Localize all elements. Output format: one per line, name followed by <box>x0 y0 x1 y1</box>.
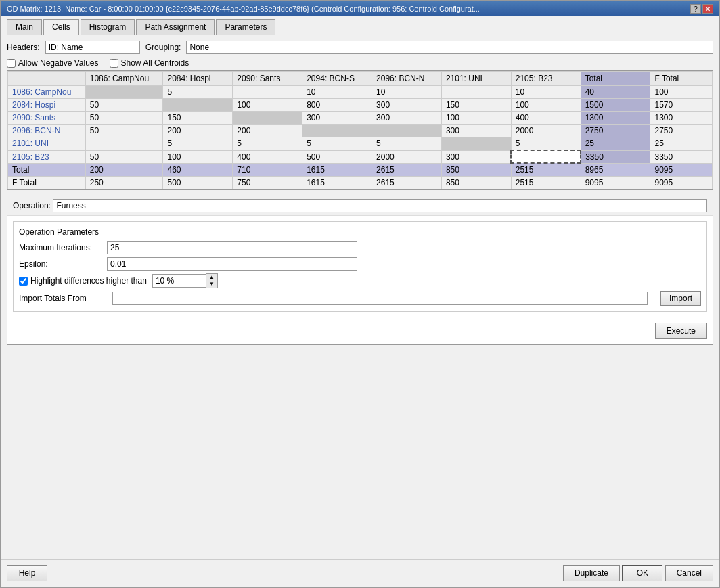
show-all-centroids-checkbox[interactable] <box>110 59 118 68</box>
total-2094[interactable]: 1615 <box>302 163 372 177</box>
execute-button[interactable]: Execute <box>655 323 707 339</box>
total-2090[interactable]: 710 <box>233 163 302 177</box>
duplicate-button[interactable]: Duplicate <box>563 565 620 581</box>
highlight-checkbox[interactable] <box>19 277 28 286</box>
highlight-decrement-btn[interactable]: ▼ <box>206 281 217 288</box>
cell-1086-2096[interactable]: 10 <box>372 86 442 99</box>
cell-2101-2084[interactable]: 5 <box>163 137 233 151</box>
cell-2101-1086[interactable] <box>85 137 163 151</box>
import-dropdown[interactable] <box>112 292 648 305</box>
cell-1086-1086[interactable] <box>85 86 163 99</box>
cell-2090-2105[interactable]: 400 <box>511 112 581 125</box>
cell-2090-2094[interactable]: 300 <box>302 112 372 125</box>
tab-main[interactable]: Main <box>7 19 42 35</box>
total-2101[interactable]: 850 <box>441 163 511 177</box>
cell-2101-total[interactable]: 25 <box>581 137 650 151</box>
operation-dropdown[interactable]: Furness IPF Fratar <box>53 199 707 212</box>
cell-2090-1086[interactable]: 50 <box>85 112 163 125</box>
help-title-btn[interactable]: ? <box>690 4 701 14</box>
tab-histogram[interactable]: Histogram <box>81 19 135 35</box>
tab-cells[interactable]: Cells <box>43 19 79 35</box>
ok-button[interactable]: OK <box>622 565 662 581</box>
cell-1086-ftotal[interactable]: 100 <box>650 86 713 99</box>
cell-2084-2096[interactable]: 300 <box>372 99 442 112</box>
close-btn[interactable]: ✕ <box>702 4 713 14</box>
cell-1086-2101[interactable] <box>441 86 511 99</box>
cell-2084-2101[interactable]: 150 <box>441 99 511 112</box>
total-2096[interactable]: 2615 <box>372 163 442 177</box>
ftotal-2105[interactable]: 2515 <box>511 177 581 189</box>
allow-negative-checkbox[interactable] <box>7 59 16 68</box>
cell-1086-2105[interactable]: 10 <box>511 86 581 99</box>
cell-2090-2084[interactable]: 150 <box>163 112 233 125</box>
total-total[interactable]: 8965 <box>581 163 650 177</box>
total-ftotal[interactable]: 9095 <box>650 163 713 177</box>
cell-2105-2090[interactable]: 400 <box>233 150 302 163</box>
cell-2084-ftotal[interactable]: 1570 <box>650 99 713 112</box>
cell-2084-2094[interactable]: 800 <box>302 99 372 112</box>
row-label-2105[interactable]: 2105: B23 <box>8 150 86 163</box>
cell-2101-2105[interactable]: 5 <box>511 137 581 151</box>
row-label-1086[interactable]: 1086: CampNou <box>8 86 86 99</box>
cell-2096-2090[interactable]: 200 <box>233 125 302 137</box>
cell-1086-2090[interactable] <box>233 86 302 99</box>
cell-2105-2096[interactable]: 2000 <box>372 150 442 163</box>
ftotal-ftotal[interactable]: 9095 <box>650 177 713 189</box>
cell-2105-total[interactable]: 3350 <box>581 150 650 163</box>
cell-2101-2101[interactable] <box>441 137 511 151</box>
cell-2096-2105[interactable]: 2000 <box>511 125 581 137</box>
cell-2084-2090[interactable]: 100 <box>233 99 302 112</box>
cell-2101-ftotal[interactable]: 25 <box>650 137 713 151</box>
cell-2096-1086[interactable]: 50 <box>85 125 163 137</box>
ftotal-total[interactable]: 9095 <box>581 177 650 189</box>
cell-2105-2084[interactable]: 100 <box>163 150 233 163</box>
cell-2105-1086[interactable]: 50 <box>85 150 163 163</box>
highlight-checkbox-label[interactable]: Highlight differences higher than <box>19 276 147 286</box>
cell-2090-total[interactable]: 1300 <box>581 112 650 125</box>
cell-2096-2094[interactable] <box>302 125 372 137</box>
allow-negative-checkbox-label[interactable]: Allow Negative Values <box>7 58 99 68</box>
cell-2096-2084[interactable]: 200 <box>163 125 233 137</box>
ftotal-2101[interactable]: 850 <box>441 177 511 189</box>
cell-2101-2090[interactable]: 5 <box>233 137 302 151</box>
row-label-2090[interactable]: 2090: Sants <box>8 112 86 125</box>
grouping-dropdown[interactable]: None By Zone Custom <box>186 41 713 54</box>
ftotal-2096[interactable]: 2615 <box>372 177 442 189</box>
total-2084[interactable]: 460 <box>163 163 233 177</box>
ftotal-2084[interactable]: 500 <box>163 177 233 189</box>
ftotal-2094[interactable]: 1615 <box>302 177 372 189</box>
show-all-centroids-checkbox-label[interactable]: Show All Centroids <box>110 58 189 68</box>
highlight-value-input[interactable] <box>152 274 206 288</box>
cell-2090-2101[interactable]: 100 <box>441 112 511 125</box>
cancel-button[interactable]: Cancel <box>665 565 713 581</box>
cell-2101-2094[interactable]: 5 <box>302 137 372 151</box>
cell-2096-2101[interactable]: 300 <box>441 125 511 137</box>
cell-2105-2101[interactable]: 300 <box>441 150 511 163</box>
tab-path-assignment[interactable]: Path Assignment <box>136 19 215 35</box>
row-label-2096[interactable]: 2096: BCN-N <box>8 125 86 137</box>
tab-parameters[interactable]: Parameters <box>216 19 275 35</box>
ftotal-2090[interactable]: 750 <box>233 177 302 189</box>
headers-dropdown[interactable]: ID: Name ID Name <box>45 41 140 54</box>
cell-2084-2105[interactable]: 100 <box>511 99 581 112</box>
cell-2096-total[interactable]: 2750 <box>581 125 650 137</box>
cell-2096-ftotal[interactable]: 2750 <box>650 125 713 137</box>
cell-2090-2090[interactable] <box>233 112 302 125</box>
ftotal-1086[interactable]: 250 <box>85 177 163 189</box>
epsilon-input[interactable] <box>107 257 357 271</box>
cell-2105-ftotal[interactable]: 3350 <box>650 150 713 163</box>
cell-2084-total[interactable]: 1500 <box>581 99 650 112</box>
cell-2101-2096[interactable]: 5 <box>372 137 442 151</box>
cell-2090-2096[interactable]: 300 <box>372 112 442 125</box>
row-label-2101[interactable]: 2101: UNI <box>8 137 86 151</box>
total-2105[interactable]: 2515 <box>511 163 581 177</box>
cell-2090-ftotal[interactable]: 1300 <box>650 112 713 125</box>
cell-1086-2094[interactable]: 10 <box>302 86 372 99</box>
cell-1086-total[interactable]: 40 <box>581 86 650 99</box>
cell-2105-2094[interactable]: 500 <box>302 150 372 163</box>
import-button[interactable]: Import <box>660 291 701 306</box>
cell-2084-1086[interactable]: 50 <box>85 99 163 112</box>
cell-2084-2084[interactable] <box>163 99 233 112</box>
cell-2096-2096[interactable] <box>372 125 442 137</box>
row-label-2084[interactable]: 2084: Hospi <box>8 99 86 112</box>
